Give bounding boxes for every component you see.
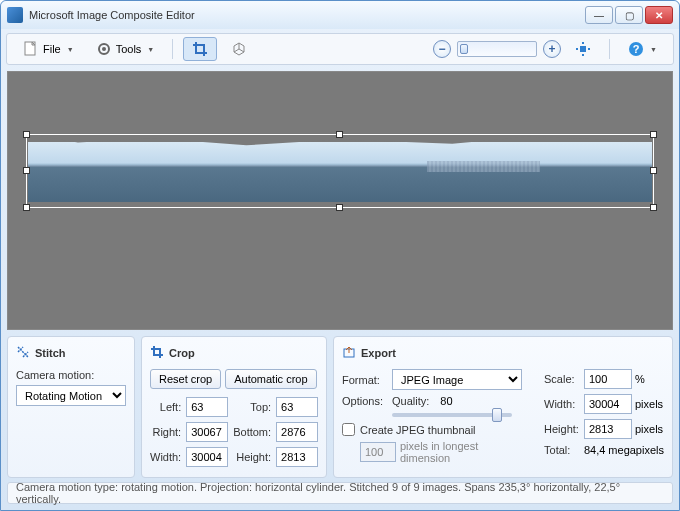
export-width-input[interactable] xyxy=(584,394,632,414)
reset-crop-button[interactable]: Reset crop xyxy=(150,369,221,389)
thumbnail-suffix: pixels in longest dimension xyxy=(400,440,528,464)
format-label: Format: xyxy=(342,374,388,386)
crop-title: Crop xyxy=(150,345,318,361)
zoom-slider[interactable] xyxy=(457,41,537,57)
total-value: 84,4 megapixels xyxy=(584,444,664,456)
app-window: Microsoft Image Composite Editor — ▢ ✕ F… xyxy=(0,0,680,511)
export-width-label: Width: xyxy=(544,398,579,410)
scale-label: Scale: xyxy=(544,373,579,385)
close-button[interactable]: ✕ xyxy=(645,6,673,24)
px-unit: pixels xyxy=(635,423,663,435)
automatic-crop-button[interactable]: Automatic crop xyxy=(225,369,316,389)
top-input[interactable] xyxy=(276,397,318,417)
export-icon xyxy=(342,345,356,361)
tools-label: Tools xyxy=(116,43,142,55)
window-controls: — ▢ ✕ xyxy=(585,6,673,24)
canvas[interactable] xyxy=(7,71,673,330)
left-input[interactable] xyxy=(186,397,228,417)
rotate-tool-button[interactable] xyxy=(223,38,255,60)
crop-handle-ml[interactable] xyxy=(23,167,30,174)
file-label: File xyxy=(43,43,61,55)
svg-point-2 xyxy=(102,47,106,51)
camera-motion-select[interactable]: Rotating Motion xyxy=(16,385,126,406)
crop-height-label: Height: xyxy=(233,451,271,463)
px-unit: pixels xyxy=(635,398,663,410)
thumbnail-label: Create JPEG thumbnail xyxy=(360,424,476,436)
options-label: Options: xyxy=(342,395,388,407)
status-text: Camera motion type: rotating motion. Pro… xyxy=(16,481,664,505)
crop-handle-br[interactable] xyxy=(650,204,657,211)
fit-view-button[interactable] xyxy=(567,38,599,60)
export-panel: Export Format: JPEG Image Options: Quali… xyxy=(333,336,673,478)
titlebar: Microsoft Image Composite Editor — ▢ ✕ xyxy=(1,1,679,29)
panels-row: Stitch Camera motion: Rotating Motion Cr… xyxy=(7,336,673,478)
zoom-in-button[interactable]: + xyxy=(543,40,561,58)
left-label: Left: xyxy=(150,401,181,413)
format-select[interactable]: JPEG Image xyxy=(392,369,522,390)
window-title: Microsoft Image Composite Editor xyxy=(29,9,585,21)
right-input[interactable] xyxy=(186,422,228,442)
gear-icon xyxy=(96,41,112,57)
quality-slider[interactable] xyxy=(392,413,512,417)
bottom-label: Bottom: xyxy=(233,426,271,438)
separator xyxy=(609,39,610,59)
crop-panel: Crop Reset crop Automatic crop Left: Top… xyxy=(141,336,327,478)
cube-icon xyxy=(231,41,247,57)
crop-handle-bm[interactable] xyxy=(336,204,343,211)
crop-tool-button[interactable] xyxy=(183,37,217,61)
export-title-text: Export xyxy=(361,347,396,359)
quality-slider-handle[interactable] xyxy=(492,408,502,422)
stitch-title-text: Stitch xyxy=(35,347,66,359)
stitch-panel: Stitch Camera motion: Rotating Motion xyxy=(7,336,135,478)
total-label: Total: xyxy=(544,444,579,456)
help-button[interactable]: ? ▼ xyxy=(620,38,665,60)
crop-width-label: Width: xyxy=(150,451,181,463)
camera-motion-label: Camera motion: xyxy=(16,369,94,381)
stitch-icon xyxy=(16,345,30,361)
fit-icon xyxy=(575,41,591,57)
bottom-input[interactable] xyxy=(276,422,318,442)
thumbnail-size-input xyxy=(360,442,396,462)
statusbar: Camera motion type: rotating motion. Pro… xyxy=(7,482,673,504)
quality-value: 80 xyxy=(440,395,452,407)
file-icon xyxy=(23,41,39,57)
export-height-input[interactable] xyxy=(584,419,632,439)
crop-handle-tl[interactable] xyxy=(23,131,30,138)
crop-width-input[interactable] xyxy=(186,447,228,467)
zoom-out-button[interactable]: − xyxy=(433,40,451,58)
top-label: Top: xyxy=(233,401,271,413)
scale-unit: % xyxy=(635,373,645,385)
minimize-button[interactable]: — xyxy=(585,6,613,24)
crop-icon xyxy=(192,41,208,57)
crop-rectangle[interactable] xyxy=(26,134,654,208)
crop-handle-mr[interactable] xyxy=(650,167,657,174)
thumbnail-checkbox[interactable] xyxy=(342,423,355,436)
file-menu[interactable]: File ▼ xyxy=(15,38,82,60)
crop-icon xyxy=(150,345,164,361)
crop-handle-tr[interactable] xyxy=(650,131,657,138)
quality-label: Quality: xyxy=(392,395,429,407)
stitch-title: Stitch xyxy=(16,345,126,361)
zoom-handle[interactable] xyxy=(460,44,468,54)
crop-height-input[interactable] xyxy=(276,447,318,467)
tools-menu[interactable]: Tools ▼ xyxy=(88,38,163,60)
export-title: Export xyxy=(342,345,664,361)
right-label: Right: xyxy=(150,426,181,438)
chevron-down-icon: ▼ xyxy=(147,46,154,53)
maximize-button[interactable]: ▢ xyxy=(615,6,643,24)
app-icon xyxy=(7,7,23,23)
export-height-label: Height: xyxy=(544,423,579,435)
chevron-down-icon: ▼ xyxy=(650,46,657,53)
separator xyxy=(172,39,173,59)
chevron-down-icon: ▼ xyxy=(67,46,74,53)
scale-input[interactable] xyxy=(584,369,632,389)
help-icon: ? xyxy=(628,41,644,57)
crop-title-text: Crop xyxy=(169,347,195,359)
svg-rect-3 xyxy=(580,46,586,52)
toolbar: File ▼ Tools ▼ − + xyxy=(6,33,674,65)
crop-handle-tm[interactable] xyxy=(336,131,343,138)
svg-text:?: ? xyxy=(633,43,640,55)
crop-handle-bl[interactable] xyxy=(23,204,30,211)
